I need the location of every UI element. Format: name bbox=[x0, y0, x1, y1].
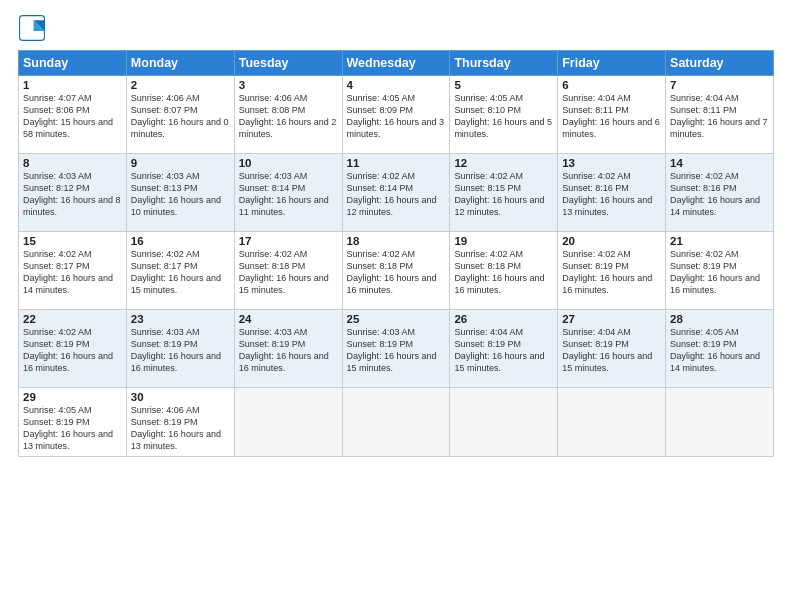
day-number: 27 bbox=[562, 313, 661, 325]
calendar-day-cell: 12 Sunrise: 4:02 AMSunset: 8:15 PMDaylig… bbox=[450, 154, 558, 232]
day-info: Sunrise: 4:07 AMSunset: 8:06 PMDaylight:… bbox=[23, 93, 113, 139]
weekday-header: Sunday bbox=[19, 51, 127, 76]
day-number: 18 bbox=[347, 235, 446, 247]
day-number: 4 bbox=[347, 79, 446, 91]
calendar-day-cell: 8 Sunrise: 4:03 AMSunset: 8:12 PMDayligh… bbox=[19, 154, 127, 232]
calendar-week-row: 15 Sunrise: 4:02 AMSunset: 8:17 PMDaylig… bbox=[19, 232, 774, 310]
day-info: Sunrise: 4:02 AMSunset: 8:17 PMDaylight:… bbox=[131, 249, 221, 295]
day-info: Sunrise: 4:04 AMSunset: 8:19 PMDaylight:… bbox=[562, 327, 652, 373]
calendar-day-cell: 25 Sunrise: 4:03 AMSunset: 8:19 PMDaylig… bbox=[342, 310, 450, 388]
calendar-day-cell: 10 Sunrise: 4:03 AMSunset: 8:14 PMDaylig… bbox=[234, 154, 342, 232]
calendar-day-cell: 1 Sunrise: 4:07 AMSunset: 8:06 PMDayligh… bbox=[19, 76, 127, 154]
day-number: 11 bbox=[347, 157, 446, 169]
day-info: Sunrise: 4:02 AMSunset: 8:14 PMDaylight:… bbox=[347, 171, 437, 217]
calendar-day-cell: 17 Sunrise: 4:02 AMSunset: 8:18 PMDaylig… bbox=[234, 232, 342, 310]
day-number: 9 bbox=[131, 157, 230, 169]
weekday-header: Monday bbox=[126, 51, 234, 76]
day-info: Sunrise: 4:06 AMSunset: 8:19 PMDaylight:… bbox=[131, 405, 221, 451]
day-number: 23 bbox=[131, 313, 230, 325]
calendar-day-cell: 30 Sunrise: 4:06 AMSunset: 8:19 PMDaylig… bbox=[126, 388, 234, 457]
calendar-day-cell: 11 Sunrise: 4:02 AMSunset: 8:14 PMDaylig… bbox=[342, 154, 450, 232]
day-number: 6 bbox=[562, 79, 661, 91]
day-number: 19 bbox=[454, 235, 553, 247]
calendar-day-cell: 26 Sunrise: 4:04 AMSunset: 8:19 PMDaylig… bbox=[450, 310, 558, 388]
day-number: 22 bbox=[23, 313, 122, 325]
header bbox=[18, 14, 774, 42]
day-info: Sunrise: 4:02 AMSunset: 8:18 PMDaylight:… bbox=[454, 249, 544, 295]
calendar-day-cell: 18 Sunrise: 4:02 AMSunset: 8:18 PMDaylig… bbox=[342, 232, 450, 310]
day-number: 2 bbox=[131, 79, 230, 91]
day-info: Sunrise: 4:02 AMSunset: 8:19 PMDaylight:… bbox=[23, 327, 113, 373]
day-info: Sunrise: 4:02 AMSunset: 8:16 PMDaylight:… bbox=[562, 171, 652, 217]
calendar-day-cell: 28 Sunrise: 4:05 AMSunset: 8:19 PMDaylig… bbox=[666, 310, 774, 388]
day-number: 28 bbox=[670, 313, 769, 325]
calendar-week-row: 1 Sunrise: 4:07 AMSunset: 8:06 PMDayligh… bbox=[19, 76, 774, 154]
day-info: Sunrise: 4:02 AMSunset: 8:18 PMDaylight:… bbox=[347, 249, 437, 295]
day-number: 20 bbox=[562, 235, 661, 247]
page: SundayMondayTuesdayWednesdayThursdayFrid… bbox=[0, 0, 792, 612]
logo-icon bbox=[18, 14, 46, 42]
day-number: 1 bbox=[23, 79, 122, 91]
day-number: 7 bbox=[670, 79, 769, 91]
day-info: Sunrise: 4:05 AMSunset: 8:09 PMDaylight:… bbox=[347, 93, 445, 139]
day-info: Sunrise: 4:02 AMSunset: 8:18 PMDaylight:… bbox=[239, 249, 329, 295]
day-number: 24 bbox=[239, 313, 338, 325]
day-number: 26 bbox=[454, 313, 553, 325]
day-info: Sunrise: 4:02 AMSunset: 8:15 PMDaylight:… bbox=[454, 171, 544, 217]
calendar-day-cell bbox=[558, 388, 666, 457]
day-info: Sunrise: 4:03 AMSunset: 8:19 PMDaylight:… bbox=[131, 327, 221, 373]
day-info: Sunrise: 4:03 AMSunset: 8:19 PMDaylight:… bbox=[239, 327, 329, 373]
day-number: 17 bbox=[239, 235, 338, 247]
day-info: Sunrise: 4:03 AMSunset: 8:12 PMDaylight:… bbox=[23, 171, 121, 217]
calendar-header-row: SundayMondayTuesdayWednesdayThursdayFrid… bbox=[19, 51, 774, 76]
calendar-week-row: 29 Sunrise: 4:05 AMSunset: 8:19 PMDaylig… bbox=[19, 388, 774, 457]
calendar-day-cell: 13 Sunrise: 4:02 AMSunset: 8:16 PMDaylig… bbox=[558, 154, 666, 232]
calendar-day-cell: 3 Sunrise: 4:06 AMSunset: 8:08 PMDayligh… bbox=[234, 76, 342, 154]
calendar-day-cell: 9 Sunrise: 4:03 AMSunset: 8:13 PMDayligh… bbox=[126, 154, 234, 232]
weekday-header: Wednesday bbox=[342, 51, 450, 76]
day-info: Sunrise: 4:06 AMSunset: 8:08 PMDaylight:… bbox=[239, 93, 337, 139]
day-info: Sunrise: 4:06 AMSunset: 8:07 PMDaylight:… bbox=[131, 93, 229, 139]
day-info: Sunrise: 4:02 AMSunset: 8:16 PMDaylight:… bbox=[670, 171, 760, 217]
day-info: Sunrise: 4:04 AMSunset: 8:11 PMDaylight:… bbox=[562, 93, 660, 139]
calendar-day-cell bbox=[342, 388, 450, 457]
day-info: Sunrise: 4:05 AMSunset: 8:19 PMDaylight:… bbox=[23, 405, 113, 451]
calendar-week-row: 8 Sunrise: 4:03 AMSunset: 8:12 PMDayligh… bbox=[19, 154, 774, 232]
day-info: Sunrise: 4:05 AMSunset: 8:10 PMDaylight:… bbox=[454, 93, 552, 139]
day-number: 21 bbox=[670, 235, 769, 247]
calendar-day-cell: 5 Sunrise: 4:05 AMSunset: 8:10 PMDayligh… bbox=[450, 76, 558, 154]
weekday-header: Thursday bbox=[450, 51, 558, 76]
day-info: Sunrise: 4:04 AMSunset: 8:19 PMDaylight:… bbox=[454, 327, 544, 373]
calendar-day-cell: 4 Sunrise: 4:05 AMSunset: 8:09 PMDayligh… bbox=[342, 76, 450, 154]
calendar-day-cell: 24 Sunrise: 4:03 AMSunset: 8:19 PMDaylig… bbox=[234, 310, 342, 388]
calendar-day-cell: 27 Sunrise: 4:04 AMSunset: 8:19 PMDaylig… bbox=[558, 310, 666, 388]
day-info: Sunrise: 4:02 AMSunset: 8:17 PMDaylight:… bbox=[23, 249, 113, 295]
calendar-day-cell bbox=[666, 388, 774, 457]
weekday-header: Tuesday bbox=[234, 51, 342, 76]
calendar-day-cell: 29 Sunrise: 4:05 AMSunset: 8:19 PMDaylig… bbox=[19, 388, 127, 457]
day-number: 30 bbox=[131, 391, 230, 403]
day-info: Sunrise: 4:03 AMSunset: 8:19 PMDaylight:… bbox=[347, 327, 437, 373]
calendar-day-cell: 16 Sunrise: 4:02 AMSunset: 8:17 PMDaylig… bbox=[126, 232, 234, 310]
day-number: 25 bbox=[347, 313, 446, 325]
day-number: 16 bbox=[131, 235, 230, 247]
calendar-day-cell: 6 Sunrise: 4:04 AMSunset: 8:11 PMDayligh… bbox=[558, 76, 666, 154]
weekday-header: Friday bbox=[558, 51, 666, 76]
day-info: Sunrise: 4:03 AMSunset: 8:13 PMDaylight:… bbox=[131, 171, 221, 217]
calendar-day-cell: 15 Sunrise: 4:02 AMSunset: 8:17 PMDaylig… bbox=[19, 232, 127, 310]
calendar-table: SundayMondayTuesdayWednesdayThursdayFrid… bbox=[18, 50, 774, 457]
calendar-day-cell bbox=[450, 388, 558, 457]
calendar-day-cell: 20 Sunrise: 4:02 AMSunset: 8:19 PMDaylig… bbox=[558, 232, 666, 310]
calendar-day-cell: 23 Sunrise: 4:03 AMSunset: 8:19 PMDaylig… bbox=[126, 310, 234, 388]
day-info: Sunrise: 4:03 AMSunset: 8:14 PMDaylight:… bbox=[239, 171, 329, 217]
calendar-day-cell: 21 Sunrise: 4:02 AMSunset: 8:19 PMDaylig… bbox=[666, 232, 774, 310]
day-info: Sunrise: 4:05 AMSunset: 8:19 PMDaylight:… bbox=[670, 327, 760, 373]
day-number: 15 bbox=[23, 235, 122, 247]
day-number: 12 bbox=[454, 157, 553, 169]
logo bbox=[18, 14, 50, 42]
day-info: Sunrise: 4:04 AMSunset: 8:11 PMDaylight:… bbox=[670, 93, 768, 139]
day-number: 29 bbox=[23, 391, 122, 403]
day-number: 10 bbox=[239, 157, 338, 169]
calendar-day-cell bbox=[234, 388, 342, 457]
weekday-header: Saturday bbox=[666, 51, 774, 76]
